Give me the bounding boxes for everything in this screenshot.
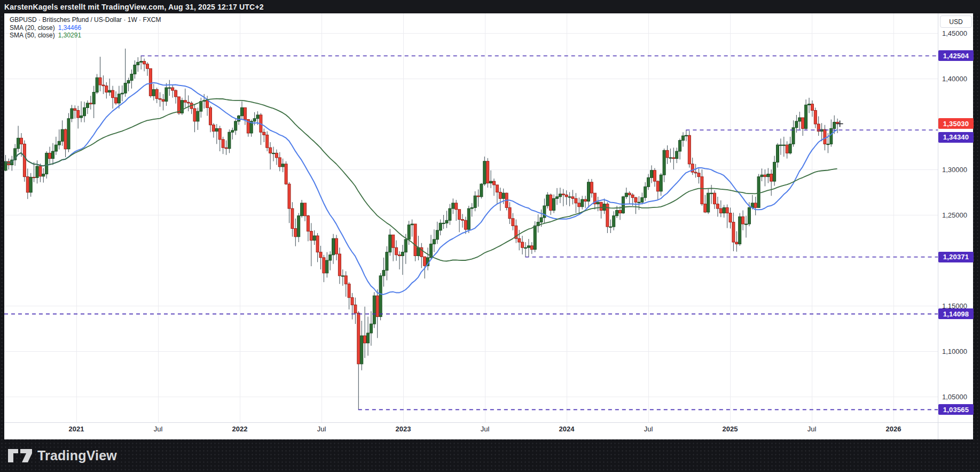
candle-up xyxy=(181,100,183,113)
candle-up xyxy=(439,223,442,230)
key-level-price-label: 1,14098 xyxy=(938,308,974,319)
time-tick-label[interactable]: Jul xyxy=(807,425,817,433)
candle-up xyxy=(215,129,218,131)
sma20-value: 1,34466 xyxy=(58,24,81,32)
candle-up xyxy=(165,88,168,102)
candle-up xyxy=(140,61,143,63)
candle-up xyxy=(54,145,57,151)
candle-up xyxy=(373,296,375,324)
candle-up xyxy=(779,145,782,145)
candle-down xyxy=(786,145,788,153)
candle-down xyxy=(162,99,164,101)
time-tick-label[interactable]: 2023 xyxy=(396,425,411,433)
price-tick-label[interactable]: 1,40000 xyxy=(942,75,967,83)
candle-down xyxy=(628,193,631,195)
time-tick-label[interactable]: Jul xyxy=(644,425,653,433)
candle-down xyxy=(398,255,401,256)
candle-down xyxy=(105,86,108,92)
candle-down xyxy=(149,68,152,96)
candle-down xyxy=(155,89,158,98)
candle-down xyxy=(269,148,272,153)
candle-up xyxy=(559,194,561,197)
candle-up xyxy=(45,153,48,174)
candle-up xyxy=(241,107,244,115)
currency-toggle-button[interactable]: USD xyxy=(940,16,972,28)
candle-down xyxy=(802,118,804,128)
candle-up xyxy=(669,158,672,158)
candle-down xyxy=(33,177,35,177)
candle-down xyxy=(348,284,350,298)
candle-up xyxy=(660,175,662,191)
time-tick-label[interactable]: 2026 xyxy=(886,425,901,433)
tradingview-watermark[interactable]: TradingView xyxy=(7,448,117,463)
candle-down xyxy=(310,231,312,241)
price-tick-label[interactable]: 1,05000 xyxy=(942,393,967,401)
candle-up xyxy=(4,161,7,171)
candle-down xyxy=(225,148,228,149)
candle-up xyxy=(411,224,413,225)
sma50-legend-row: SMA (50, close)1,30291 xyxy=(10,32,161,40)
candle-down xyxy=(288,184,291,208)
time-tick-label[interactable]: 2022 xyxy=(232,425,248,433)
candle-up xyxy=(433,239,435,244)
candle-up xyxy=(452,203,454,208)
candle-down xyxy=(143,61,146,64)
candle-down xyxy=(584,199,587,201)
candle-down xyxy=(742,216,744,224)
candle-down xyxy=(701,177,703,204)
candle-up xyxy=(127,80,130,83)
candle-up xyxy=(748,207,750,224)
candle-up xyxy=(616,211,618,216)
candle-down xyxy=(726,207,728,213)
candle-up xyxy=(326,260,328,273)
candle-up xyxy=(386,252,388,270)
price-tick-label[interactable]: 1,10000 xyxy=(942,347,967,355)
time-tick-label[interactable]: Jul xyxy=(154,425,163,433)
candle-up xyxy=(332,238,335,255)
time-tick-label[interactable]: 2024 xyxy=(559,425,575,433)
app-frame: KarstenKagels erstellt mit TradingView.c… xyxy=(0,0,980,472)
candle-down xyxy=(814,111,817,125)
candle-up xyxy=(490,181,492,183)
time-tick-label[interactable]: 2025 xyxy=(723,425,738,433)
time-tick-label[interactable]: 2021 xyxy=(69,425,84,433)
candle-up xyxy=(124,83,127,94)
time-tick-label[interactable]: Jul xyxy=(481,425,490,433)
candle-down xyxy=(764,175,766,176)
candle-down xyxy=(770,174,773,182)
candle-up xyxy=(329,255,332,260)
candle-down xyxy=(824,129,826,144)
candle-up xyxy=(238,116,240,121)
candle-down xyxy=(175,90,177,97)
candle-up xyxy=(92,92,95,104)
candle-down xyxy=(335,238,338,254)
candle-up xyxy=(234,121,237,130)
price-tick-label[interactable]: 1,25000 xyxy=(942,211,967,219)
candle-down xyxy=(285,164,287,184)
candle-down xyxy=(115,98,117,103)
candle-up xyxy=(534,226,536,249)
candle-up xyxy=(767,174,770,177)
candle-up xyxy=(833,122,836,129)
candle-down xyxy=(565,195,568,197)
candle-up xyxy=(625,193,628,197)
candle-down xyxy=(455,203,458,210)
candle-up xyxy=(379,276,382,317)
candle-up xyxy=(524,247,527,248)
candle-down xyxy=(244,107,246,119)
candle-down xyxy=(493,181,496,185)
price-tick-label[interactable]: 1,45000 xyxy=(942,29,967,37)
candle-up xyxy=(117,94,120,103)
candlestick-chart[interactable]: 1,450001,400001,300001,250001,150001,100… xyxy=(4,13,973,439)
price-tick-label[interactable]: 1,30000 xyxy=(942,166,967,174)
candle-down xyxy=(719,208,722,213)
current-price-label: 1,35030 xyxy=(938,118,974,129)
candle-up xyxy=(256,115,259,119)
candle-up xyxy=(676,151,678,159)
candle-up xyxy=(442,223,445,223)
symbol-title: GBPUSD · Britisches Pfund / US-Dollar · … xyxy=(10,16,161,24)
candle-down xyxy=(209,107,212,125)
time-tick-label[interactable]: Jul xyxy=(317,425,326,433)
candle-up xyxy=(710,193,713,194)
candle-down xyxy=(77,111,80,118)
